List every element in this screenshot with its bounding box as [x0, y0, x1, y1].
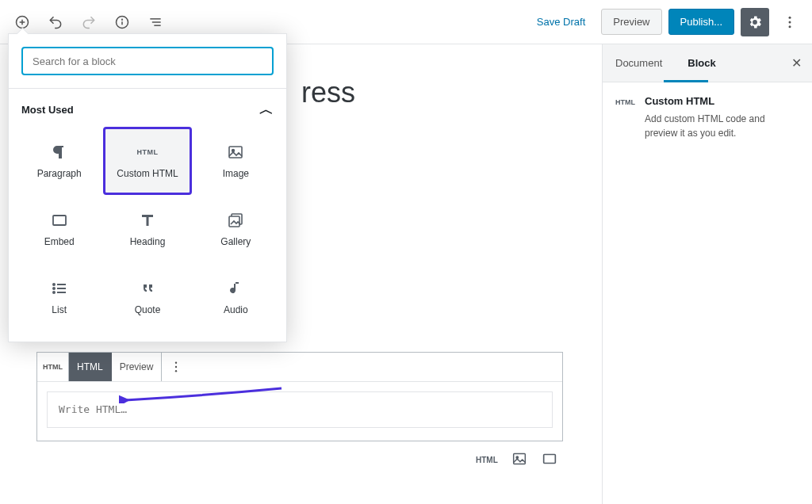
svg-rect-28 [543, 455, 555, 464]
image-icon [226, 143, 245, 162]
paragraph-icon [50, 143, 69, 162]
block-toolbar: HTML HTML Preview [37, 353, 562, 381]
block-item-custom-html[interactable]: HTML Custom HTML [103, 127, 191, 195]
svg-point-21 [53, 288, 55, 289]
svg-point-9 [789, 16, 791, 18]
settings-button[interactable] [741, 8, 769, 36]
svg-point-10 [789, 21, 791, 23]
audio-icon [226, 279, 245, 298]
inserter-section-header[interactable]: Most Used ︿ [9, 89, 286, 127]
gallery-icon [226, 211, 245, 230]
annotation-arrow [119, 386, 285, 403]
block-inserter-results[interactable]: Most Used ︿ Paragraph HTML Custom HTML I… [9, 88, 286, 342]
block-item-image[interactable]: Image [192, 127, 280, 195]
inserter-section-title: Most Used [21, 104, 74, 116]
svg-point-20 [53, 284, 55, 285]
chevron-up-icon: ︿ [259, 100, 274, 119]
block-item-embed[interactable]: Embed [15, 195, 103, 263]
block-tab[interactable]: Block [675, 44, 728, 82]
redo-button[interactable] [75, 8, 103, 36]
publish-button[interactable]: Publish... [668, 9, 734, 35]
html-tab[interactable]: HTML [69, 353, 112, 381]
quote-icon [138, 279, 157, 298]
block-item-heading[interactable]: Heading [103, 195, 191, 263]
image-quick-icon[interactable] [511, 450, 528, 469]
block-item-audio[interactable]: Audio [192, 263, 280, 331]
block-item-list[interactable]: List [15, 263, 103, 331]
html-icon: HTML [615, 95, 635, 140]
embed-icon [50, 211, 69, 230]
close-sidebar-button[interactable]: ✕ [780, 44, 812, 82]
svg-rect-14 [53, 216, 66, 225]
svg-rect-12 [229, 147, 242, 158]
svg-rect-26 [513, 454, 525, 464]
heading-icon [138, 211, 157, 230]
save-draft-button[interactable]: Save Draft [527, 10, 595, 34]
block-more-button[interactable] [162, 360, 190, 374]
document-tab[interactable]: Document [603, 44, 675, 82]
block-navigation-button[interactable] [141, 8, 170, 36]
block-type-indicator[interactable]: HTML [37, 353, 69, 381]
svg-point-24 [175, 366, 177, 368]
svg-point-5 [122, 19, 123, 20]
undo-button[interactable] [41, 8, 70, 36]
svg-point-22 [53, 292, 55, 293]
block-search-input[interactable] [21, 47, 274, 75]
embed-quick-icon[interactable] [541, 450, 558, 469]
svg-point-11 [789, 25, 791, 28]
custom-html-block[interactable]: HTML HTML Preview [36, 352, 563, 441]
content-info-button[interactable] [108, 8, 136, 36]
preview-button[interactable]: Preview [601, 9, 661, 35]
block-item-paragraph[interactable]: Paragraph [15, 127, 103, 195]
list-icon [50, 279, 69, 298]
tab-underline [664, 80, 708, 82]
html-quick-icon[interactable]: HTML [476, 456, 498, 464]
settings-sidebar: Document Block ✕ HTML Custom HTML Add cu… [602, 44, 812, 504]
html-icon: HTML [136, 143, 158, 162]
preview-tab[interactable]: Preview [112, 353, 163, 381]
block-quick-inserter: HTML [476, 450, 558, 469]
block-inserter-panel: Most Used ︿ Paragraph HTML Custom HTML I… [8, 33, 287, 342]
block-panel-description: Add custom HTML code and preview it as y… [645, 112, 799, 140]
block-item-gallery[interactable]: Gallery [192, 195, 280, 263]
svg-point-23 [175, 362, 177, 364]
more-menu-button[interactable] [776, 8, 804, 36]
block-panel-title: Custom HTML [645, 95, 799, 107]
block-item-quote[interactable]: Quote [103, 263, 191, 331]
svg-point-25 [175, 370, 177, 372]
